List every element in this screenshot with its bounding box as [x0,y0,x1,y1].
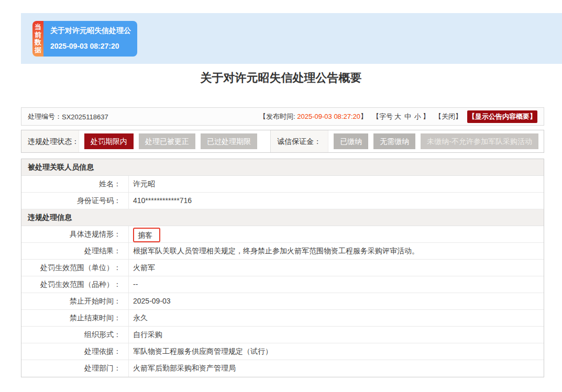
row-label: 身份证号码： [21,193,129,209]
announcement-preview-time: 2025-09-03 08:27:20 [50,42,131,50]
table-row-id-number: 身份证号码： 410************716 [21,193,544,209]
deposit-unpaid-button[interactable]: 未缴纳-不允许参加军队采购活动 [421,133,538,149]
violation-type-highlight-box: 掮客 [133,228,160,242]
current-announcement-card[interactable]: 当前数据 关于对许元昭失信处理公 2025-09-03 08:27:20 [32,21,137,57]
doc-number-value: SX2025118637 [62,113,108,120]
page-title: 关于对许元昭失信处理公告概要 [0,71,562,85]
row-label: 处理部门： [21,360,129,377]
row-value: 根据军队关联人员管理相关规定，终身禁止参加火箭军范围物资工程服务采购评审活动。 [129,243,544,259]
announcement-preview-title: 关于对许元昭失信处理公 [50,26,131,36]
table-row-scope-category: 处罚生效范围（品种）： -- [21,276,544,293]
violation-status-label: 违规处理状态： [21,130,79,152]
deposit-status-label: 诚信保证金： [271,130,328,152]
deposit-status-buttons: 已缴纳 无需缴纳 未缴纳-不允许参加军队采购活动 [328,130,544,152]
row-label: 处罚生效范围（单位）： [21,260,129,276]
font-size-small[interactable]: 小 [414,113,421,120]
deposit-paid-button[interactable]: 已缴纳 [334,133,368,149]
table-row-basis: 处理依据： 军队物资工程服务供应商管理规定（试行） [21,343,544,360]
status-within-penalty-button[interactable]: 处罚期限内 [84,133,134,149]
publish-time-value: 2025-09-03 08:27:20 [297,113,360,120]
row-label: 具体违规情形： [21,226,129,242]
show-summary-button[interactable]: 【显示公告内容概要】 [467,110,537,123]
section-header-violation: 违规处理信息 [21,209,544,226]
row-value: 410************716 [129,193,544,209]
row-value: 自行采购 [129,327,544,343]
row-value: 许元昭 [129,176,544,192]
meta-actions: 【发布时间: 2025-09-03 08:27:20】 【字号大中小】 【关闭】… [254,110,537,123]
font-size-large[interactable]: 大 [394,113,401,120]
row-value: -- [129,276,544,293]
close-button[interactable]: 【关闭】 [435,112,462,121]
deposit-status-group: 诚信保证金： 已缴纳 无需缴纳 未缴纳-不允许参加军队采购活动 [270,130,544,152]
announcement-preview: 关于对许元昭失信处理公 2025-09-03 08:27:20 [43,21,137,57]
row-label: 处罚生效范围（品种）： [21,276,129,293]
deposit-not-required-button[interactable]: 无需缴纳 [373,133,415,149]
font-size-control: 【字号大中小】 [372,112,429,121]
row-value: 2025-09-03 [129,293,544,309]
publish-time: 【发布时间: 2025-09-03 08:27:20】 [259,112,367,121]
violation-status-buttons: 处罚期限内 处理已被更正 已过处理期限 [79,130,262,152]
meta-bar: 处理编号：SX2025118637 【发布时间: 2025-09-03 08:2… [21,107,544,126]
row-value: 永久 [129,310,544,326]
info-table: 被处理关联人员信息 姓名： 许元昭 身份证号码： 410************… [21,159,544,377]
font-size-medium[interactable]: 中 [404,113,411,120]
row-value: 掮客 [129,226,544,242]
table-row-result: 处理结果： 根据军队关联人员管理相关规定，终身禁止参加火箭军范围物资工程服务采购… [21,243,544,260]
main-content: 处理编号：SX2025118637 【发布时间: 2025-09-03 08:2… [21,107,544,377]
table-row-department: 处理部门： 火箭军后勤部采购和资产管理局 [21,360,544,377]
doc-number-label: 处理编号： [28,113,62,120]
status-expired-button[interactable]: 已过处理期限 [201,133,257,149]
table-row-ban-start: 禁止开始时间： 2025-09-03 [21,293,544,310]
row-label: 组织形式： [21,327,129,343]
current-data-band: 当前数据 关于对许元昭失信处理公 2025-09-03 08:27:20 [21,13,562,64]
table-row-name: 姓名： 许元昭 [21,176,544,193]
row-value: 军队物资工程服务供应商管理规定（试行） [129,343,544,360]
status-bar: 违规处理状态： 处罚期限内 处理已被更正 已过处理期限 诚信保证金： 已缴纳 无… [21,130,544,153]
current-data-tag: 当前数据 [32,21,43,57]
row-value: 火箭军 [129,260,544,276]
row-label: 处理结果： [21,243,129,259]
table-row-violation-type: 具体违规情形： 掮客 [21,226,544,243]
row-label: 处理依据： [21,343,129,360]
row-label: 禁止开始时间： [21,293,129,309]
section-header-person: 被处理关联人员信息 [21,159,544,176]
row-value: 火箭军后勤部采购和资产管理局 [129,360,544,377]
table-row-scope-unit: 处罚生效范围（单位）： 火箭军 [21,260,544,276]
doc-number: 处理编号：SX2025118637 [28,112,108,121]
table-row-organization-form: 组织形式： 自行采购 [21,327,544,343]
row-label: 禁止结束时间： [21,310,129,326]
row-label: 姓名： [21,176,129,192]
violation-status-group: 违规处理状态： 处罚期限内 处理已被更正 已过处理期限 [21,130,270,152]
status-corrected-button[interactable]: 处理已被更正 [139,133,195,149]
table-row-ban-end: 禁止结束时间： 永久 [21,310,544,327]
